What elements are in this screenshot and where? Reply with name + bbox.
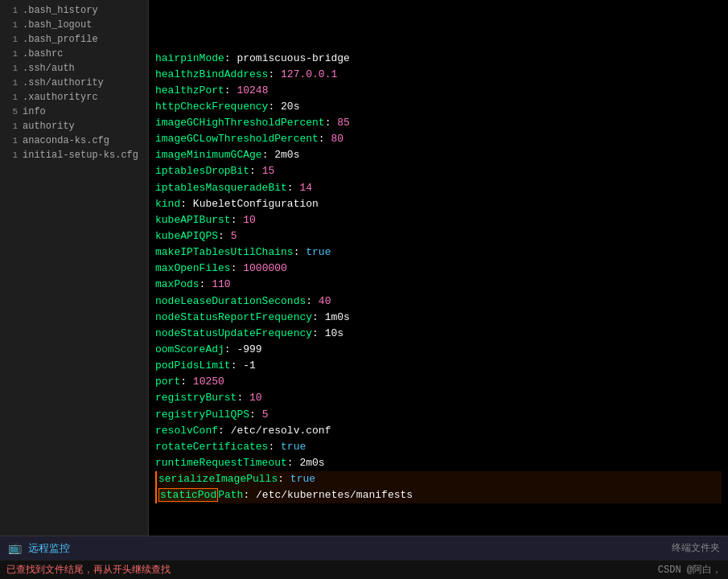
code-line: serializeImagePulls: true xyxy=(155,471,722,487)
code-line: port: 10250 xyxy=(155,374,722,390)
code-value: 1000000 xyxy=(236,262,286,274)
code-colon: : xyxy=(287,457,294,469)
code-key: podPidsLimit xyxy=(155,359,231,372)
bottom-label: 远程监控 xyxy=(28,541,70,556)
sidebar-item[interactable]: 5info xyxy=(0,105,148,119)
code-line: imageMinimumGCAge: 2m0s xyxy=(155,147,722,163)
code-value: 10 xyxy=(236,214,255,226)
bottom-bar: 📺 远程监控 终端文件夹 xyxy=(0,536,728,560)
code-value: 127.0.0.1 xyxy=(274,68,337,80)
code-key: resolvConf xyxy=(155,425,218,437)
code-line: nodeStatusUpdateFrequency: 10s xyxy=(155,326,722,342)
sidebar-item[interactable]: 1.bashrc xyxy=(0,47,148,61)
sidebar-item-label: .bash_history xyxy=(23,5,98,16)
sidebar-item-count: 1 xyxy=(6,6,18,15)
code-value: 40 xyxy=(312,295,331,307)
code-line: iptablesDropBit: 15 xyxy=(155,163,722,179)
sidebar-item[interactable]: 1.bash_profile xyxy=(0,32,148,47)
code-line: kubeAPIQPS: 5 xyxy=(155,228,722,244)
code-value: 5 xyxy=(224,230,237,242)
sidebar-item[interactable]: 1authority xyxy=(0,119,148,133)
sidebar-item[interactable]: 1.bash_history xyxy=(0,3,148,18)
sidebar-item[interactable]: 1.xauthorityrc xyxy=(0,90,148,105)
code-key: hairpinMode xyxy=(155,52,224,64)
code-value: -999 xyxy=(231,343,262,355)
code-value: 10s xyxy=(319,327,343,339)
code-line: httpCheckFrequency: 20s xyxy=(155,99,722,115)
sidebar-item[interactable]: 1.bash_logout xyxy=(0,18,148,32)
sidebar-item-count: 1 xyxy=(6,121,18,131)
code-line: rotateCertificates: true xyxy=(155,439,722,455)
code-key: maxOpenFiles xyxy=(155,262,231,274)
code-value: 2m0s xyxy=(294,457,325,469)
code-line: registryBurst: 10 xyxy=(155,390,722,406)
code-key: staticPodPath xyxy=(158,488,243,502)
code-value: promiscuous-bridge xyxy=(231,52,350,64)
code-key: kubeAPIQPS xyxy=(155,230,218,242)
status-message: 已查找到文件结尾，再从开头继续查找 xyxy=(6,563,171,577)
sidebar-item[interactable]: 1initial-setup-ks.cfg xyxy=(0,148,148,162)
code-key: healthzPort xyxy=(155,84,224,96)
folder-label: 终端文件夹 xyxy=(672,541,720,555)
sidebar-item-count: 1 xyxy=(6,150,18,160)
code-value: 85 xyxy=(331,117,349,129)
code-area[interactable]: hairpinMode: promiscuous-bridgehealthzBi… xyxy=(149,0,728,536)
code-colon: : xyxy=(224,52,231,64)
code-key: port xyxy=(155,376,180,388)
sidebar-item-label: .bash_profile xyxy=(23,34,98,45)
code-content: hairpinMode: promiscuous-bridgehealthzBi… xyxy=(149,0,728,507)
sidebar-item-label: initial-setup-ks.cfg xyxy=(23,150,138,161)
code-key: nodeStatusReportFrequency xyxy=(155,311,312,323)
code-key: runtimeRequestTimeout xyxy=(155,457,287,469)
code-line: podPidsLimit: -1 xyxy=(155,358,722,374)
code-colon: : xyxy=(249,165,256,177)
code-colon: : xyxy=(312,327,319,339)
code-value: 10 xyxy=(243,392,261,404)
sidebar-list[interactable]: 1.bash_history1.bash_logout1.bash_profil… xyxy=(0,0,148,536)
code-line: kind: KubeletConfiguration xyxy=(155,196,722,212)
code-key: rotateCertificates xyxy=(155,441,268,453)
code-line: imageGCLowThresholdPercent: 80 xyxy=(155,131,722,147)
code-key: iptablesMasqueradeBit xyxy=(155,182,287,194)
sidebar-item-count: 1 xyxy=(6,20,18,30)
code-value: /etc/resolv.conf xyxy=(224,425,331,437)
code-value: 110 xyxy=(205,278,230,290)
code-key: nodeStatusUpdateFrequency xyxy=(155,327,312,339)
sidebar-item-count: 5 xyxy=(6,107,18,117)
code-colon: : xyxy=(287,182,294,194)
code-key: makeIPTablesUtilChains xyxy=(155,246,294,258)
code-line: registryPullQPS: 5 xyxy=(155,407,722,423)
code-key: maxPods xyxy=(155,278,199,290)
main-container: 1.bash_history1.bash_logout1.bash_profil… xyxy=(0,0,728,536)
sidebar-item-count: 1 xyxy=(6,49,18,59)
sidebar-item[interactable]: 1.ssh/authority xyxy=(0,76,148,90)
code-colon: : xyxy=(180,376,187,388)
code-line: makeIPTablesUtilChains: true xyxy=(155,244,722,261)
code-value: 14 xyxy=(294,182,312,194)
code-colon: : xyxy=(319,133,325,145)
code-colon: : xyxy=(180,198,187,210)
code-line: hairpinMode: promiscuous-bridge xyxy=(155,51,722,67)
code-line: iptablesMasqueradeBit: 14 xyxy=(155,180,722,196)
sidebar-item-count: 1 xyxy=(6,78,18,88)
code-value: 10248 xyxy=(231,84,269,96)
code-line: runtimeRequestTimeout: 2m0s xyxy=(155,455,722,471)
code-key: httpCheckFrequency xyxy=(155,101,268,113)
code-value: 5 xyxy=(256,409,269,421)
code-line: kubeAPIBurst: 10 xyxy=(155,212,722,228)
code-line: resolvConf: /etc/resolv.conf xyxy=(155,423,722,439)
code-key: imageMinimumGCAge xyxy=(155,149,262,161)
sidebar-item-label: authority xyxy=(23,121,75,132)
code-key: oomScoreAdj xyxy=(155,343,224,355)
sidebar-item-label: info xyxy=(23,106,46,117)
code-value: true xyxy=(284,473,315,485)
sidebar-item[interactable]: 1.ssh/auth xyxy=(0,61,148,76)
code-value: true xyxy=(299,246,331,258)
code-value: 20s xyxy=(274,101,299,113)
code-key: serializeImagePulls xyxy=(158,473,278,485)
code-colon: : xyxy=(218,425,224,437)
sidebar-item[interactable]: 1anaconda-ks.cfg xyxy=(0,133,148,148)
code-line: maxPods: 110 xyxy=(155,277,722,293)
code-key: iptablesDropBit xyxy=(155,165,249,177)
sidebar-item-label: anaconda-ks.cfg xyxy=(23,135,109,146)
